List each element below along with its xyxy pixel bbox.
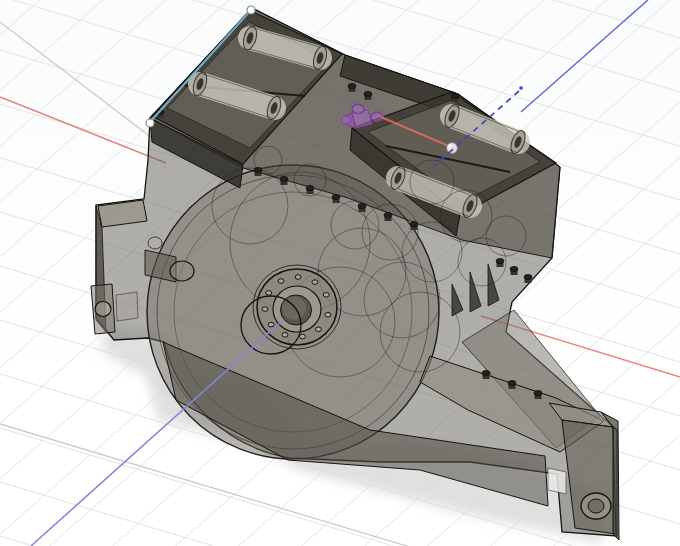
stud-top xyxy=(280,176,288,181)
bolt-hole xyxy=(278,279,284,284)
ball-highlight xyxy=(448,144,452,148)
stud-top xyxy=(510,266,518,271)
joint-origin-ball[interactable] xyxy=(447,143,458,154)
bolt-hole xyxy=(315,327,321,332)
stud-top xyxy=(410,221,418,226)
stud-top xyxy=(358,203,366,208)
stud-top xyxy=(348,83,356,88)
post-left-notch[interactable] xyxy=(116,292,138,321)
z-axis-upper[interactable] xyxy=(521,0,648,112)
grid-line xyxy=(0,0,680,41)
post-right-notch[interactable] xyxy=(548,468,566,494)
post-right-c-inner[interactable] xyxy=(588,499,604,513)
stud-top xyxy=(254,167,262,172)
bolt-hole xyxy=(268,322,274,327)
bolt-hole xyxy=(262,307,268,312)
gearbox-assembly-model[interactable] xyxy=(91,8,619,540)
stud-top xyxy=(508,380,516,385)
bolt-hole xyxy=(295,275,301,280)
cad-viewport[interactable] xyxy=(0,0,680,546)
stud-top xyxy=(482,370,490,375)
bolt-hole xyxy=(300,334,306,339)
bolt-hole xyxy=(266,291,272,296)
stud-top xyxy=(496,258,504,263)
bolt-hole xyxy=(325,312,331,317)
side-port-boss[interactable] xyxy=(170,261,194,281)
stud-top xyxy=(364,91,372,96)
viewport-canvas[interactable] xyxy=(0,0,680,546)
edge-endpoint-marker[interactable] xyxy=(247,6,255,14)
joint-blob xyxy=(342,116,351,124)
bolt-hole xyxy=(282,333,288,338)
bolt-hole xyxy=(323,292,329,297)
stud-top xyxy=(534,390,542,395)
hidden-axis-dot xyxy=(519,86,523,90)
grid-major-line xyxy=(0,22,152,138)
stud-top xyxy=(332,194,340,199)
stud-top xyxy=(524,274,532,279)
edge-endpoint-marker[interactable] xyxy=(146,119,154,127)
grid-line xyxy=(0,0,40,546)
stud-top xyxy=(306,185,314,190)
post-left-c-cutout[interactable] xyxy=(95,302,111,317)
joint-ring xyxy=(352,105,364,114)
bolt-hole xyxy=(312,280,318,285)
stud-top xyxy=(451,93,459,98)
grid-line xyxy=(0,0,103,546)
stud-top xyxy=(384,212,392,217)
